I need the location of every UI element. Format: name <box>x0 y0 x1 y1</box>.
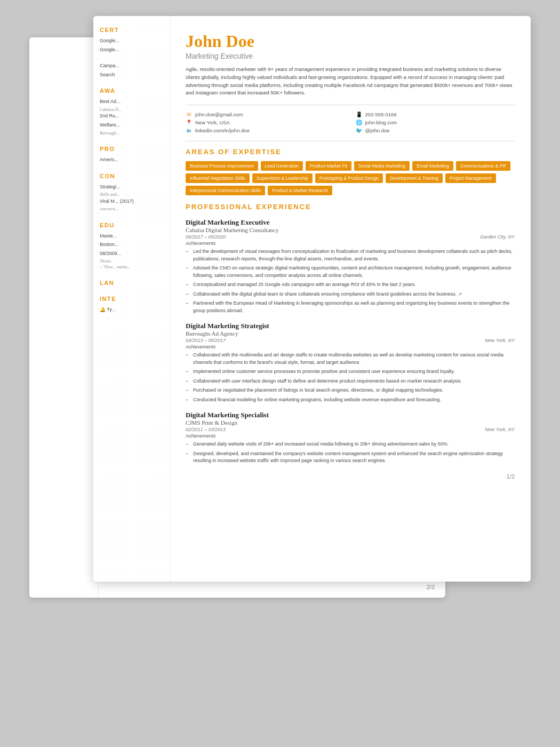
job1-achievement-4: Collaborated with the digital global tea… <box>186 291 515 298</box>
tag-ics: Interpersonal Communication Skills <box>186 186 265 195</box>
job2-achievements-label: Achievements <box>186 344 515 349</box>
tag-proto: Prototyping & Product Design <box>315 173 383 183</box>
sidebar-item-ty: 🔔 Ty... <box>100 306 164 313</box>
sidebar-title-edu: EDU <box>100 222 164 228</box>
sidebar-section-pro: PRO Americ... <box>100 146 164 163</box>
sidebar-item-bestad: Best Ad... <box>100 98 164 105</box>
tag-comms: Communications & PR <box>456 161 510 171</box>
sidebar-item-cabalsa: Cabalsa D... <box>100 107 164 113</box>
contact-twitter-value: @john.doe <box>365 128 390 133</box>
job3-achievements-label: Achievements <box>186 433 515 439</box>
job2-achievement-5: Conducted financial modeling for online … <box>186 396 515 404</box>
tag-lead: Lead Generation <box>261 161 303 171</box>
sidebar-item-google1: Google... <box>100 37 164 44</box>
tag-bpi: Business Process Improvement <box>186 161 258 171</box>
sidebar-item-thesis: Thesis: <box>100 259 164 264</box>
sidebar-item-howmarke: – "How... marke... <box>100 265 164 270</box>
page2-sidebar <box>29 37 99 598</box>
contact-phone: 📱 202-555-0166 <box>356 112 515 117</box>
sidebar-item-google2: Google... <box>100 46 164 53</box>
header-divider <box>186 105 515 105</box>
sidebar-title-lan: LAN <box>100 280 164 286</box>
job3-meta: 02/2011 – 03/2013 New York, NY <box>186 427 515 432</box>
job2-achievement-4: Purchased or negotiated the placement of… <box>186 387 515 394</box>
job1-location: Garden City, NY <box>480 234 515 240</box>
sidebar-item-maste: Maste... <box>100 233 164 240</box>
job3-location: New York, NY <box>485 427 515 432</box>
contact-email-value: john.doe@gmail.com <box>195 112 243 117</box>
sidebar-item-strategi: Strategi... <box>100 184 164 190</box>
tag-em: Email Marketing <box>412 161 453 171</box>
candidate-title: Marketing Executive <box>186 52 515 60</box>
tag-pmr: Product & Market Research <box>268 186 332 195</box>
job2-achievement-3: Collaborated with user interface design … <box>186 378 515 385</box>
job1-company: Cabalsa Digital Marketing Consultancy <box>186 227 515 233</box>
sidebar-item-boston: Boston... <box>100 241 164 248</box>
job2-title: Digital Marketing Strategist <box>186 322 515 330</box>
job2-company: Burroughs Ad Agency <box>186 330 515 337</box>
email-icon: ✉ <box>186 112 192 117</box>
sidebar-title-cert: CERT <box>100 27 164 33</box>
sidebar-title-inte: INTE <box>100 296 164 302</box>
contact-linkedin-value: linkedin.com/in/john.doe <box>195 128 250 133</box>
contact-website-value: john-blog.com <box>365 120 397 125</box>
sidebar-item-burrough: Burrough... <box>100 131 164 136</box>
page1-number: 1/2 <box>186 473 515 480</box>
job3-achievement-1: Generated daily website visits of 20k+ a… <box>186 441 515 448</box>
job2-meta: 04/2013 – 05/2017 New York, NY <box>186 338 515 343</box>
job1-achievement-5: Partnered with the European Head of Mark… <box>186 300 515 314</box>
page-1: CERT Google... Google... Campa... Search… <box>93 16 531 582</box>
twitter-icon: 🐦 <box>356 128 362 133</box>
contact-website: 🌐 john-blog.com <box>356 120 515 125</box>
phone-icon: 📱 <box>356 112 362 117</box>
tag-pmf: Product-Market Fit <box>306 161 351 171</box>
job1-title: Digital Marketing Executive <box>186 218 515 227</box>
expertise-section: AREAS OF EXPERTISE Business Process Impr… <box>186 148 515 195</box>
external-link-icon: ↗ <box>458 292 462 297</box>
sidebar-section-edu: EDU Maste... Boston... 08/2009... Thesis… <box>100 222 164 271</box>
job1-achievement-2: Advised the CMO on various strategic dig… <box>186 265 515 279</box>
sidebar-section-cert: CERT Google... Google... <box>100 27 164 53</box>
job3-title: Digital Marketing Specialist <box>186 411 515 419</box>
linkedin-icon: in <box>186 128 192 133</box>
sidebar-item-2ndru: 2nd Ru... <box>100 113 164 120</box>
tags-container: Business Process Improvement Lead Genera… <box>186 161 515 195</box>
sidebar-section-inte: INTE 🔔 Ty... <box>100 296 164 313</box>
job2-location: New York, NY <box>485 338 515 343</box>
location-icon: 📍 <box>186 120 192 125</box>
sidebar-section-campa: Campa... Search <box>100 62 164 78</box>
sidebar-item-dates: 08/2009... <box>100 250 164 257</box>
contact-section: ✉ john.doe@gmail.com 📱 202-555-0166 📍 Ne… <box>186 112 515 133</box>
pages-container: 2/2 CERT Google... Google... Campa... Se… <box>61 16 499 582</box>
sidebar-item-search: Search <box>100 71 164 78</box>
sidebar-item-americ: Americ... <box>100 156 164 163</box>
sidebar-section-lan: LAN <box>100 280 164 286</box>
job2-achievement-2: Implemented online customer service proc… <box>186 368 515 376</box>
contact-location: 📍 New York, USA <box>186 120 345 125</box>
website-icon: 🌐 <box>356 120 362 125</box>
sidebar-item-campa: Campa... <box>100 62 164 69</box>
job1-dates: 06/2017 – 05/2020 <box>186 234 226 240</box>
sidebar-title-pro: PRO <box>100 146 164 152</box>
sidebar-item-skills: Skills and... <box>100 192 164 197</box>
job1-meta: 06/2017 – 05/2020 Garden City, NY <box>186 234 515 240</box>
contact-phone-value: 202-555-0166 <box>365 112 397 117</box>
sidebar-title-awa: AWA <box>100 88 164 94</box>
job-1: Digital Marketing Executive Cabalsa Digi… <box>186 218 515 314</box>
sidebar-section-awa: AWA Best Ad... Cabalsa D... 2nd Ru... We… <box>100 88 164 136</box>
job2-achievement-1: Collaborated with the multimedia and art… <box>186 352 515 366</box>
contact-divider <box>186 141 515 141</box>
expertise-title: AREAS OF EXPERTISE <box>186 148 515 156</box>
job-3: Digital Marketing Specialist CJMS Print … <box>186 411 515 465</box>
header-section: John Doe Marketing Executive Agile, resu… <box>186 32 515 97</box>
tag-neg: Influential Negotiation Skills <box>186 173 250 183</box>
experience-section: PROFESSIONAL EXPERIENCE Digital Marketin… <box>186 203 515 465</box>
sidebar-item-welfare: Welfare... <box>100 122 164 129</box>
contact-twitter: 🐦 @john.doe <box>356 128 515 133</box>
candidate-name: John Doe <box>186 32 515 51</box>
main-content: John Doe Marketing Executive Agile, resu… <box>171 16 531 582</box>
tag-dev: Development & Training <box>386 173 443 183</box>
sidebar-item-coursera: coursera... <box>100 206 164 212</box>
sidebar: CERT Google... Google... Campa... Search… <box>93 16 171 582</box>
tag-sup: Supervision & Leadership <box>252 173 313 183</box>
